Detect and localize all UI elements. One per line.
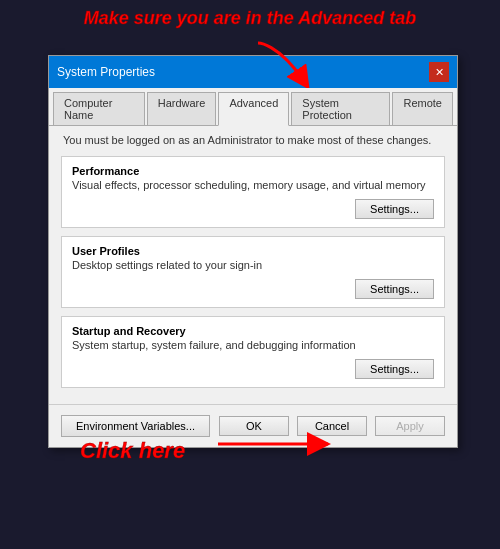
performance-title: Performance xyxy=(72,165,434,177)
environment-variables-button[interactable]: Environment Variables... xyxy=(61,415,210,437)
admin-notice: You must be logged on as an Administrato… xyxy=(61,134,445,146)
dialog-title: System Properties xyxy=(57,65,155,79)
user-profiles-section: User Profiles Desktop settings related t… xyxy=(61,236,445,308)
tab-content: You must be logged on as an Administrato… xyxy=(49,126,457,404)
user-profiles-desc: Desktop settings related to your sign-in xyxy=(72,259,434,271)
startup-recovery-title: Startup and Recovery xyxy=(72,325,434,337)
performance-section: Performance Visual effects, processor sc… xyxy=(61,156,445,228)
bottom-arrow xyxy=(218,429,338,459)
top-annotation: Make sure you are in the Advanced tab xyxy=(0,8,500,29)
performance-settings-button[interactable]: Settings... xyxy=(355,199,434,219)
system-properties-dialog: System Properties ✕ Computer Name Hardwa… xyxy=(48,55,458,448)
tab-strip: Computer Name Hardware Advanced System P… xyxy=(49,88,457,126)
startup-recovery-settings-button[interactable]: Settings... xyxy=(355,359,434,379)
apply-button[interactable]: Apply xyxy=(375,416,445,436)
tab-hardware[interactable]: Hardware xyxy=(147,92,217,125)
click-here-annotation: Click here xyxy=(80,438,185,464)
startup-recovery-desc: System startup, system failure, and debu… xyxy=(72,339,434,351)
tab-remote[interactable]: Remote xyxy=(392,92,453,125)
tab-computer-name[interactable]: Computer Name xyxy=(53,92,145,125)
user-profiles-settings-button[interactable]: Settings... xyxy=(355,279,434,299)
close-button[interactable]: ✕ xyxy=(429,62,449,82)
user-profiles-title: User Profiles xyxy=(72,245,434,257)
tab-system-protection[interactable]: System Protection xyxy=(291,92,390,125)
top-arrow xyxy=(248,38,328,88)
startup-recovery-section: Startup and Recovery System startup, sys… xyxy=(61,316,445,388)
tab-advanced[interactable]: Advanced xyxy=(218,92,289,126)
performance-desc: Visual effects, processor scheduling, me… xyxy=(72,179,434,191)
